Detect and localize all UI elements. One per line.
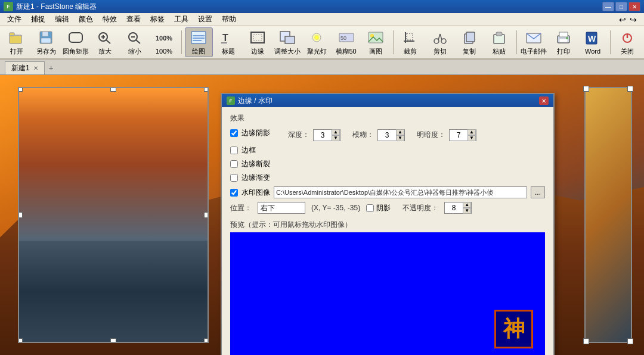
watermark-preview-stamp[interactable]: 神	[494, 310, 533, 348]
handle-tl[interactable]	[18, 87, 23, 92]
menu-settings[interactable]: 设置	[193, 13, 217, 26]
svg-rect-38	[466, 32, 475, 42]
copy-icon	[461, 29, 478, 46]
opacity-down[interactable]: ▼	[463, 208, 471, 214]
blur-spinbox: 3 ▲ ▼	[377, 129, 405, 141]
close-button[interactable]: ✕	[628, 2, 640, 11]
toolbar-cut[interactable]: 剪切	[426, 27, 454, 57]
toolbar-copy[interactable]: 复制	[456, 27, 484, 57]
handle-right-tr[interactable]	[627, 86, 633, 92]
toolbar-blur-label: 横糊50	[336, 47, 356, 56]
menu-tag[interactable]: 标签	[145, 13, 169, 26]
depth-up[interactable]: ▲	[332, 129, 340, 135]
undo-icon[interactable]: ↩	[619, 15, 626, 24]
tab-new1[interactable]: 新建1 ✕	[5, 61, 45, 74]
handle-mb[interactable]	[110, 338, 116, 343]
handle-right-tl[interactable]	[583, 86, 589, 92]
handle-right-bl[interactable]	[583, 338, 589, 344]
border-checkbox[interactable]	[230, 147, 238, 154]
svg-rect-4	[42, 32, 48, 36]
darkness-input[interactable]: 7	[450, 130, 467, 141]
opacity-input[interactable]: 8	[445, 203, 463, 213]
main-area: F 边缘 / 水印 ✕ 效果 边缘阴影 深度： 3 ▲	[0, 75, 644, 355]
watermark-checkbox[interactable]	[230, 189, 238, 197]
toolbar-zoom-out[interactable]: 缩小	[120, 27, 148, 57]
svg-point-45	[566, 37, 568, 39]
menu-tool[interactable]: 工具	[169, 13, 193, 26]
toolbar-word[interactable]: W Word	[578, 27, 606, 57]
darkness-up[interactable]: ▲	[467, 129, 476, 135]
new-tab-button[interactable]: +	[45, 61, 58, 74]
handle-mr[interactable]	[204, 212, 209, 218]
menu-view[interactable]: 查看	[122, 13, 145, 26]
maximize-button[interactable]: □	[615, 2, 627, 11]
blur-up[interactable]: ▲	[396, 129, 404, 135]
handle-bl[interactable]	[18, 338, 23, 343]
toolbar-image-label: 画图	[369, 47, 382, 56]
handle-right-br[interactable]	[627, 338, 633, 344]
toolbar-email[interactable]: 电子邮件	[519, 27, 547, 57]
handle-ml[interactable]	[18, 212, 23, 218]
menu-help[interactable]: 帮助	[217, 13, 241, 26]
svg-line-35	[438, 34, 440, 40]
crack-label: 边缘断裂	[242, 159, 270, 169]
tab-close-btn[interactable]: ✕	[33, 65, 38, 71]
position-row: 位置： 右下 左上 中上 右上 左中 居中 右中 左下 中下 (X, Y= -3…	[230, 202, 545, 214]
menu-color[interactable]: 颜色	[74, 13, 98, 26]
toolbar-title[interactable]: T 标题	[214, 27, 242, 57]
crop-icon	[402, 29, 419, 46]
shadow-checkbox[interactable]	[230, 129, 238, 137]
darkness-down[interactable]: ▼	[467, 135, 476, 141]
svg-line-8	[106, 40, 110, 43]
toolbar-draw[interactable]: 绘图	[185, 27, 213, 57]
crack-checkbox[interactable]	[230, 160, 238, 168]
blur-down[interactable]: ▼	[396, 135, 404, 141]
depth-down[interactable]: ▼	[332, 135, 340, 141]
toolbar-edge[interactable]: 边缘	[244, 27, 272, 57]
toolbar-paste[interactable]: 粘贴	[485, 27, 513, 57]
minimize-button[interactable]: —	[602, 2, 614, 11]
depth-spinbox: 3 ▲ ▼	[313, 129, 340, 141]
edge-icon	[249, 29, 266, 46]
menu-edit[interactable]: 编辑	[50, 13, 74, 26]
toolbar-resize[interactable]: 调整大小	[273, 27, 301, 57]
toolbar-image[interactable]: 画图	[361, 27, 389, 57]
toolbar-zoom-in[interactable]: 放大	[91, 27, 119, 57]
fade-checkbox[interactable]	[230, 174, 238, 182]
photo-right	[584, 87, 632, 343]
svg-rect-5	[41, 38, 51, 43]
toolbar-roundrect-label: 圆角矩形	[63, 47, 89, 56]
toolbar-crop[interactable]: 裁剪	[397, 27, 425, 57]
depth-spinner: ▲ ▼	[332, 129, 340, 141]
toolbar-close[interactable]: 关闭	[614, 27, 642, 57]
toolbar-email-label: 电子邮件	[521, 47, 547, 56]
blur-input[interactable]: 3	[378, 130, 396, 141]
redo-icon[interactable]: ↪	[630, 15, 637, 24]
handle-br[interactable]	[204, 338, 209, 343]
toolbar-rounded-rect[interactable]: 圆角矩形	[61, 27, 89, 57]
toolbar-save-as[interactable]: 另存为	[32, 27, 60, 57]
depth-input[interactable]: 3	[314, 130, 332, 141]
toolbar-blur[interactable]: 50 横糊50	[332, 27, 360, 57]
draw-icon	[190, 29, 207, 46]
shadow-pos-checkbox[interactable]	[366, 204, 374, 212]
handle-tr[interactable]	[204, 87, 209, 92]
opacity-up[interactable]: ▲	[463, 202, 471, 208]
menu-capture[interactable]: 捕捉	[26, 13, 50, 26]
svg-rect-14	[191, 32, 206, 43]
menu-effect[interactable]: 特效	[98, 13, 122, 26]
toolbar-open[interactable]: 打开	[2, 27, 30, 57]
blur-label: 模糊：	[352, 130, 374, 140]
toolbar-spotlight[interactable]: 聚光灯	[302, 27, 330, 57]
toolbar-100pct[interactable]: 100% 100%	[150, 27, 178, 57]
toolbar-paste-label: 粘贴	[493, 47, 506, 56]
zoom-out-icon	[126, 29, 143, 46]
dialog-close-btn[interactable]: ✕	[539, 96, 549, 105]
handle-mt[interactable]	[110, 87, 116, 92]
position-select-box[interactable]: 右下 左上 中上 右上 左中 居中 右中 左下 中下	[258, 202, 305, 214]
menu-file[interactable]: 文件	[2, 13, 26, 26]
opacity-spinbox: 8 ▲ ▼	[444, 202, 472, 214]
browse-button[interactable]: ...	[531, 186, 545, 198]
toolbar-print[interactable]: 打印	[549, 27, 577, 57]
position-select[interactable]: 右下 左上 中上 右上 左中 居中 右中 左下 中下	[261, 204, 302, 212]
